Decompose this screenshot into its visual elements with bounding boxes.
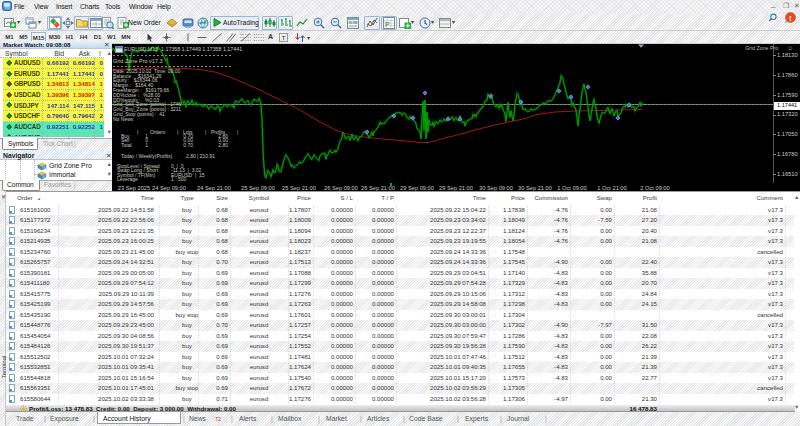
svg-text:P: P (385, 21, 390, 28)
svg-text:!: ! (789, 13, 792, 22)
